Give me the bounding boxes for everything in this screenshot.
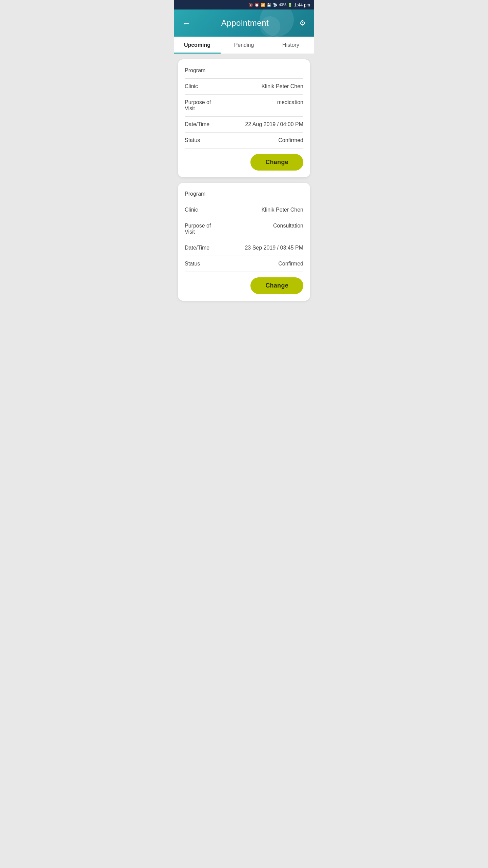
status-label-1: Status bbox=[185, 137, 225, 143]
status-value-1: Confirmed bbox=[225, 137, 303, 143]
datetime-value-1: 22 Aug 2019 / 04:00 PM bbox=[225, 121, 303, 127]
mute-icon: 🔇 bbox=[248, 3, 253, 7]
purpose-row-1: Purpose ofVisit medication bbox=[185, 95, 303, 117]
status-row-1: Status Confirmed bbox=[185, 133, 303, 149]
program-label-1: Program bbox=[185, 67, 225, 74]
clinic-label-2: Clinic bbox=[185, 207, 225, 213]
header: ← Appointment ⚙ bbox=[174, 9, 314, 37]
back-button[interactable]: ← bbox=[181, 17, 192, 29]
change-button-1[interactable]: Change bbox=[250, 154, 303, 171]
tab-history[interactable]: History bbox=[267, 37, 314, 54]
sd-icon: 💾 bbox=[267, 3, 271, 7]
status-label-2: Status bbox=[185, 261, 225, 267]
alarm-icon: ⏰ bbox=[255, 3, 259, 7]
program-row-2: Program bbox=[185, 190, 303, 202]
change-button-2[interactable]: Change bbox=[250, 277, 303, 294]
purpose-row-2: Purpose ofVisit Consultation bbox=[185, 218, 303, 240]
datetime-row-1: Date/Time 22 Aug 2019 / 04:00 PM bbox=[185, 117, 303, 133]
datetime-value-2: 23 Sep 2019 / 03:45 PM bbox=[225, 245, 303, 251]
settings-button[interactable]: ⚙ bbox=[298, 18, 307, 28]
status-bar: 🔇 ⏰ 📶 💾 📡 43% 🔋 1:44 pm bbox=[174, 0, 314, 9]
datetime-row-2: Date/Time 23 Sep 2019 / 03:45 PM bbox=[185, 240, 303, 256]
wifi-icon: 📶 bbox=[261, 3, 265, 7]
clinic-label-1: Clinic bbox=[185, 83, 225, 90]
page-title: Appointment bbox=[221, 18, 269, 28]
status-icons: 🔇 ⏰ 📶 💾 📡 43% 🔋 bbox=[248, 3, 292, 7]
tab-pending[interactable]: Pending bbox=[221, 37, 267, 54]
card-footer-1: Change bbox=[185, 149, 303, 171]
card-footer-2: Change bbox=[185, 272, 303, 294]
status-value-2: Confirmed bbox=[225, 261, 303, 267]
program-label-2: Program bbox=[185, 191, 225, 197]
purpose-label-2: Purpose ofVisit bbox=[185, 223, 225, 235]
datetime-label-2: Date/Time bbox=[185, 245, 225, 251]
status-row-2: Status Confirmed bbox=[185, 256, 303, 272]
clinic-row-2: Clinic Klinik Peter Chen bbox=[185, 202, 303, 218]
clinic-value-2: Klinik Peter Chen bbox=[225, 207, 303, 213]
status-time: 1:44 pm bbox=[294, 2, 310, 7]
tab-bar: Upcoming Pending History bbox=[174, 37, 314, 54]
datetime-label-1: Date/Time bbox=[185, 121, 225, 127]
battery-icon: 🔋 bbox=[288, 3, 292, 7]
signal-icon: 📡 bbox=[273, 3, 278, 7]
battery-percent: 43% bbox=[279, 3, 286, 7]
appointment-card-2: Program Clinic Klinik Peter Chen Purpose… bbox=[178, 183, 310, 301]
purpose-value-2: Consultation bbox=[225, 223, 303, 229]
tab-upcoming[interactable]: Upcoming bbox=[174, 37, 221, 54]
clinic-value-1: Klinik Peter Chen bbox=[225, 83, 303, 90]
program-row-1: Program bbox=[185, 66, 303, 79]
appointment-card-1: Program Clinic Klinik Peter Chen Purpose… bbox=[178, 59, 310, 177]
purpose-value-1: medication bbox=[225, 99, 303, 105]
clinic-row-1: Clinic Klinik Peter Chen bbox=[185, 79, 303, 95]
purpose-label-1: Purpose ofVisit bbox=[185, 99, 225, 112]
content-area: Program Clinic Klinik Peter Chen Purpose… bbox=[174, 54, 314, 312]
